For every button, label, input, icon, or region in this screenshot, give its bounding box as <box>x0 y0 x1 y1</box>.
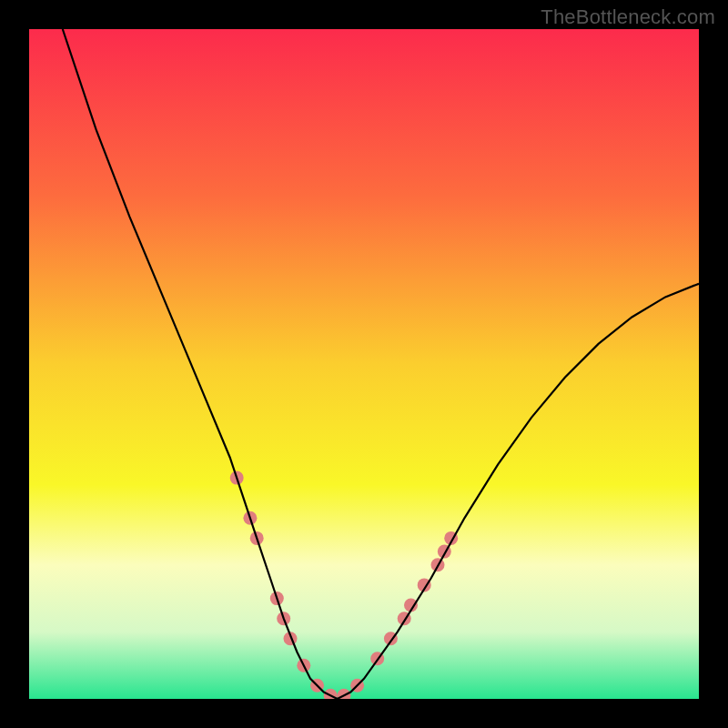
chart-svg <box>29 29 699 699</box>
plot-area <box>29 29 699 699</box>
chart-background <box>29 29 699 699</box>
watermark-text: TheBottleneck.com <box>541 5 715 29</box>
chart-stage: TheBottleneck.com <box>0 0 728 728</box>
